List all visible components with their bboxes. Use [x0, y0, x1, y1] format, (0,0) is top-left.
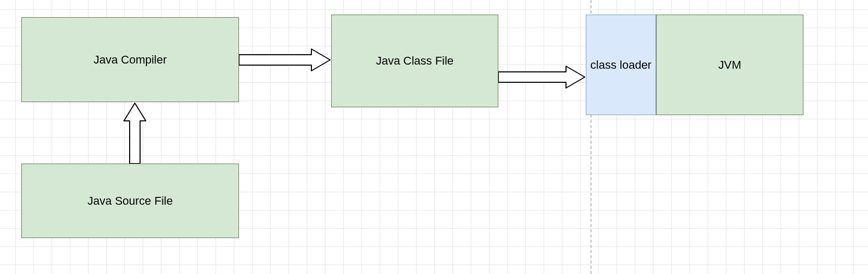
class-loader-box: class loader	[586, 15, 656, 115]
java-source-file-label: Java Source File	[87, 194, 173, 208]
java-source-file-box: Java Source File	[21, 164, 239, 238]
java-compiler-box: Java Compiler	[21, 17, 239, 102]
java-class-file-box: Java Class File	[331, 15, 498, 107]
arrow-source-to-compiler-icon	[123, 102, 147, 164]
jvm-label: JVM	[719, 58, 741, 72]
arrow-classfile-to-loader-icon	[498, 65, 586, 89]
java-compiler-label: Java Compiler	[94, 53, 167, 67]
jvm-box: JVM	[656, 15, 803, 115]
arrow-compiler-to-classfile-icon	[239, 48, 331, 72]
class-loader-label: class loader	[590, 58, 651, 72]
java-class-file-label: Java Class File	[376, 54, 454, 68]
